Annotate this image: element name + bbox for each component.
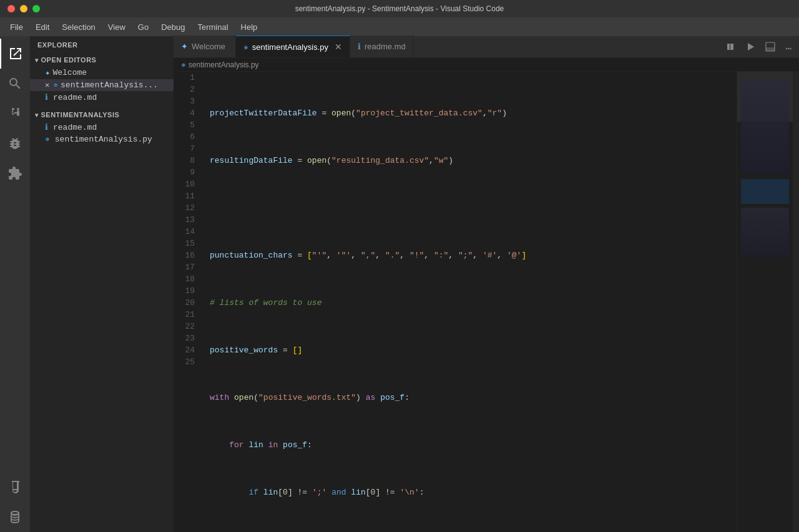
sidebar-file-welcome-label: Welcome (52, 68, 87, 77)
sidebar-file-sentiment-proj[interactable]: ● sentimentAnalysis.py (30, 133, 174, 145)
line-num-24: 24 (179, 344, 200, 356)
info-icon-2: ℹ (45, 122, 48, 132)
tab-welcome-label: Welcome (192, 42, 225, 51)
line-num-19: 19 (179, 285, 200, 297)
code-editor[interactable]: 1 2 3 4 5 6 7 8 9 10 11 12 13 14 15 16 1… (174, 72, 799, 532)
tab-sentiment[interactable]: ● sentimentAnalysis.py ✕ (236, 36, 350, 57)
line-num-16: 16 (179, 249, 200, 261)
line-num-23: 23 (179, 332, 200, 344)
split-editor-button[interactable] (723, 39, 738, 57)
line-num-6: 6 (179, 131, 200, 143)
breadcrumb-text: sentimentAnalysis.py (189, 60, 259, 69)
sidebar-file-readme-proj[interactable]: ℹ readme.md (30, 121, 174, 133)
line-num-5: 5 (179, 119, 200, 131)
sentimentanalysis-label: SENTIMENTANALYSIS (41, 111, 120, 118)
code-line-2: resultingDataFile = open("resulting_data… (205, 155, 737, 167)
minimap-canvas (737, 72, 793, 265)
menu-debug[interactable]: Debug (156, 20, 190, 34)
sentimentanalysis-section[interactable]: ▾ SENTIMENTANALYSIS (30, 109, 174, 121)
line-num-2: 2 (179, 84, 200, 95)
window-controls (7, 5, 40, 12)
line-num-7: 7 (179, 143, 200, 155)
tab-sentiment-label: sentimentAnalysis.py (252, 42, 328, 52)
more-actions-button[interactable]: ⋯ (783, 40, 794, 57)
sidebar-file-readme-proj-label: readme.md (53, 123, 97, 132)
code-line-7: with open("positive_words.txt") as pos_f… (205, 392, 737, 404)
source-control-activity-icon[interactable] (0, 99, 30, 128)
close-dot-icon[interactable]: ✕ (45, 80, 49, 90)
tab-readme[interactable]: ℹ readme.md (350, 36, 414, 57)
line-num-20: 20 (179, 297, 200, 309)
tab-welcome[interactable]: ✦ Welcome (174, 36, 236, 57)
code-line-6: positive_words = [] (205, 344, 737, 356)
sidebar-file-readme-open[interactable]: ℹ readme.md (30, 91, 174, 104)
line-num-22: 22 (179, 321, 200, 332)
sidebar-file-sentiment[interactable]: ✕ ● sentimentAnalysis... (30, 79, 174, 91)
line-num-25: 25 (179, 356, 200, 368)
sidebar-header: EXPLORER (30, 36, 174, 54)
run-button[interactable] (743, 39, 758, 57)
minimize-button[interactable] (20, 5, 27, 12)
menu-help[interactable]: Help (236, 20, 263, 34)
line-num-11: 11 (179, 190, 200, 202)
open-editors-section[interactable]: ▾ OPEN EDITORS (30, 54, 174, 66)
line-num-14: 14 (179, 226, 200, 238)
extensions-activity-icon[interactable] (0, 158, 30, 188)
menu-edit[interactable]: Edit (31, 20, 54, 34)
open-editors-label: OPEN EDITORS (41, 56, 97, 64)
sidebar-file-welcome[interactable]: ✦ Welcome (30, 66, 174, 79)
line-num-10: 10 (179, 178, 200, 190)
code-line-5: # lists of words to use (205, 297, 737, 309)
database-activity-icon[interactable] (0, 502, 30, 532)
debug-activity-icon[interactable] (0, 128, 30, 158)
code-line-1: projectTwitterDataFile = open("project_t… (205, 107, 737, 119)
tab-sentiment-close[interactable]: ✕ (335, 42, 342, 52)
sidebar-file-readme-open-label: readme.md (53, 93, 97, 102)
title-bar: sentimentAnalysis.py - SentimentAnalysis… (0, 0, 799, 17)
line-num-15: 15 (179, 238, 200, 249)
menu-view[interactable]: View (103, 20, 130, 34)
breadcrumb-icon: ● (181, 60, 186, 69)
maximize-button[interactable] (32, 5, 40, 12)
minimap (737, 72, 793, 532)
code-content[interactable]: projectTwitterDataFile = open("project_t… (205, 72, 737, 532)
menu-file[interactable]: File (5, 20, 28, 34)
tab-welcome-icon: ✦ (181, 42, 188, 51)
sidebar-file-sentiment-label: sentimentAnalysis... (61, 80, 158, 90)
menu-terminal[interactable]: Terminal (192, 20, 233, 34)
tab-readme-label: readme.md (365, 42, 406, 51)
open-editors-chevron: ▾ (35, 57, 39, 64)
flask-activity-icon[interactable] (0, 472, 30, 502)
python-icon-sentiment: ● (53, 80, 58, 90)
line-num-13: 13 (179, 214, 200, 226)
code-line-8: for lin in pos_f: (205, 439, 737, 451)
menu-go[interactable]: Go (133, 20, 154, 34)
breadcrumb: ● sentimentAnalysis.py (174, 58, 799, 72)
line-num-17: 17 (179, 261, 200, 273)
toggle-panel-button[interactable] (763, 39, 778, 57)
line-num-4: 4 (179, 107, 200, 119)
sidebar-file-sentiment-proj-label: sentimentAnalysis.py (55, 135, 152, 144)
code-line-9: if lin[0] != ';' and lin[0] != '\n': (205, 486, 737, 498)
explorer-activity-icon[interactable] (0, 39, 30, 69)
sidebar: EXPLORER ▾ OPEN EDITORS ✦ Welcome ✕ ● se… (30, 36, 174, 532)
code-line-3 (205, 202, 737, 214)
search-activity-icon[interactable] (0, 69, 30, 99)
line-num-9: 9 (179, 167, 200, 178)
sentimentanalysis-chevron: ▾ (35, 112, 39, 118)
tab-sentiment-icon: ● (243, 42, 248, 52)
line-num-1: 1 (179, 72, 200, 84)
svg-rect-1 (766, 47, 775, 51)
line-num-21: 21 (179, 309, 200, 321)
line-num-18: 18 (179, 273, 200, 285)
close-button[interactable] (7, 5, 15, 12)
menu-selection[interactable]: Selection (57, 20, 100, 34)
welcome-icon: ✦ (45, 67, 50, 78)
python-icon-proj: ● (45, 135, 50, 144)
info-icon: ℹ (45, 92, 48, 102)
line-num-12: 12 (179, 202, 200, 214)
line-num-3: 3 (179, 95, 200, 107)
vertical-scrollbar[interactable] (793, 72, 799, 532)
window-title: sentimentAnalysis.py - SentimentAnalysis… (295, 4, 504, 13)
tabs-bar: ✦ Welcome ● sentimentAnalysis.py ✕ ℹ rea… (174, 36, 799, 58)
